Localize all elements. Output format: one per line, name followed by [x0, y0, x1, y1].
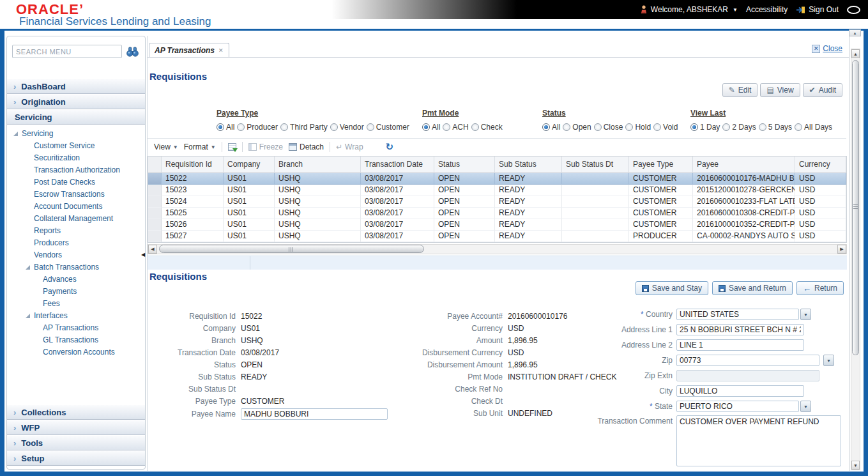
sidebar-tree-item[interactable]: Transaction Authorization [7, 164, 145, 176]
city-input[interactable] [676, 385, 804, 397]
export-filter-icon[interactable] [228, 143, 236, 151]
scroll-up-icon[interactable]: ▲ [851, 49, 860, 58]
sidebar-tree-item[interactable]: Batch Transactions [7, 261, 145, 273]
sidebar-tree-item[interactable]: GL Transactions [7, 334, 145, 346]
sidebar-tree-item[interactable]: Servicing [7, 127, 145, 139]
accessibility-link[interactable]: Accessibility [746, 5, 788, 14]
sidebar-tree-item[interactable]: Advances [7, 273, 145, 285]
row-selector-gutter[interactable] [148, 173, 162, 185]
column-header[interactable]: Sub Status Dt [562, 157, 629, 173]
radio-option[interactable]: ACH [443, 123, 468, 132]
sidebar-tree-item[interactable]: Account Documents [7, 200, 145, 212]
view-button[interactable]: ▤View [760, 83, 800, 97]
save-and-stay-button[interactable]: Save and Stay [636, 281, 708, 295]
country-select[interactable]: UNITED STATES [676, 309, 799, 320]
radio-option[interactable]: Customer [367, 123, 409, 132]
dropdown-arrow-icon[interactable]: ▼ [823, 355, 834, 366]
dropdown-arrow-icon[interactable]: ▼ [800, 309, 811, 320]
column-header[interactable]: Sub Status [495, 157, 562, 173]
sidebar-tree-item[interactable]: Customer Service [7, 139, 145, 151]
table-row[interactable]: 15024 US01 USHQ 03/08/2017 OPEN READY CU… [148, 196, 846, 208]
zip-extn-input[interactable] [676, 370, 819, 381]
row-selector-gutter[interactable] [148, 219, 162, 231]
sidebar-accordion-item[interactable]: › Tools [7, 435, 145, 450]
radio-option[interactable]: Close [594, 123, 623, 132]
sidebar-tree-item[interactable]: Conversion Accounts [7, 346, 145, 358]
row-selector-gutter[interactable] [148, 185, 162, 196]
radio-option[interactable]: 2 Days [722, 123, 756, 132]
column-header[interactable]: Branch [275, 157, 361, 173]
view-menu[interactable]: View▼ [154, 142, 178, 151]
scroll-left-icon[interactable]: ◀ [148, 245, 157, 254]
sign-out-link[interactable]: Sign Out [796, 5, 839, 14]
table-row[interactable]: 15027 US01 USHQ 03/08/2017 OPEN READY PR… [148, 231, 846, 242]
radio-option[interactable]: Hold [625, 123, 651, 132]
close-button[interactable]: ✕ Close [812, 44, 842, 53]
sidebar-accordion-item-servicing[interactable]: Servicing [7, 109, 145, 125]
format-menu[interactable]: Format▼ [184, 142, 216, 151]
sidebar-collapse-handle[interactable]: ◀ [141, 245, 147, 263]
radio-option[interactable]: Third Party [280, 123, 328, 132]
column-header[interactable]: Payee [693, 157, 795, 173]
scroll-down-icon[interactable]: ▼ [851, 461, 860, 470]
sidebar-accordion-item[interactable]: › WFP [7, 420, 145, 435]
transaction-comment-textarea[interactable]: CUSTOMER OVER PAYMENT REFUND [676, 415, 841, 466]
detach-button[interactable]: Detach [289, 142, 324, 151]
return-button[interactable]: ←Return [796, 281, 844, 295]
table-hscrollbar[interactable]: ◀ ▶ [148, 244, 847, 254]
radio-option[interactable]: All [422, 123, 440, 132]
sidebar-accordion-item[interactable]: › Collections [7, 404, 145, 420]
hscrollbar-thumb[interactable] [159, 245, 424, 253]
column-header[interactable]: Requisition Id [162, 157, 224, 173]
sidebar-accordion-item[interactable]: › DashBoard [7, 79, 145, 94]
sidebar-tree-item[interactable]: Interfaces [7, 309, 145, 321]
radio-option[interactable]: Vendor [330, 123, 364, 132]
scroll-right-icon[interactable]: ▶ [837, 245, 846, 254]
sidebar-accordion-item[interactable]: › Setup [7, 450, 145, 466]
refresh-icon[interactable]: ↻ [386, 141, 394, 153]
page-vscrollbar[interactable]: ▲ ▼ [851, 49, 860, 470]
radio-option[interactable]: 5 Days [759, 123, 792, 132]
splitter-collapse-icon[interactable]: ▲ [849, 29, 861, 36]
sidebar-accordion-item[interactable]: › Origination [7, 94, 145, 109]
state-select[interactable]: PUERTO RICO [676, 401, 799, 412]
sidebar-tree-item[interactable]: Collateral Management [7, 212, 145, 224]
edit-button[interactable]: ✎Edit [722, 83, 758, 97]
radio-option[interactable]: Void [653, 123, 678, 132]
sidebar-tree-item[interactable]: Post Date Checks [7, 176, 145, 188]
column-header[interactable]: Transaction Date [361, 157, 434, 173]
sidebar-tree-item[interactable]: Payments [7, 285, 145, 297]
column-header[interactable]: Currency [795, 157, 846, 173]
audit-button[interactable]: ✔Audit [803, 83, 842, 97]
tab-ap-transactions[interactable]: AP Transactions ✕ [149, 43, 229, 58]
vscrollbar-thumb[interactable] [852, 60, 859, 355]
welcome-menu[interactable]: Welcome, ABSHEKAR ▼ [640, 5, 738, 14]
table-row[interactable]: 15025 US01 USHQ 03/08/2017 OPEN READY CU… [148, 208, 846, 219]
sidebar-tree-item[interactable]: Escrow Transactions [7, 188, 145, 200]
tab-close-icon[interactable]: ✕ [218, 47, 224, 54]
radio-option[interactable]: All Days [795, 123, 832, 132]
table-row[interactable]: 15023 US01 USHQ 03/08/2017 OPEN READY CU… [148, 185, 846, 196]
row-selector-gutter[interactable] [148, 208, 162, 219]
sidebar-tree-item[interactable]: Producers [7, 236, 145, 249]
zip-input[interactable] [676, 355, 819, 366]
sidebar-tree-item[interactable]: Securitization [7, 151, 145, 164]
radio-option[interactable]: All [542, 123, 560, 132]
sidebar-tree-item[interactable]: AP Transactions [7, 321, 145, 334]
sidebar-tree-item[interactable]: Reports [7, 224, 145, 236]
radio-option[interactable]: Open [563, 123, 591, 132]
payee-name-input[interactable] [241, 408, 388, 420]
radio-option[interactable]: Producer [237, 123, 278, 132]
sidebar-tree-item[interactable]: Vendors [7, 249, 145, 261]
search-icon[interactable] [126, 47, 139, 59]
row-selector-gutter[interactable] [148, 231, 162, 242]
table-row[interactable]: 15022 US01 USHQ 03/08/2017 OPEN READY CU… [148, 173, 846, 185]
column-header[interactable]: Company [224, 157, 275, 173]
save-and-return-button[interactable]: Save and Return [712, 281, 793, 295]
radio-option[interactable]: All [217, 123, 234, 132]
dropdown-arrow-icon[interactable]: ▼ [800, 401, 811, 412]
table-row[interactable]: 15026 US01 USHQ 03/08/2017 OPEN READY CU… [148, 219, 846, 231]
radio-option[interactable]: 1 Day [690, 123, 720, 132]
sidebar-tree-item[interactable]: Fees [7, 297, 145, 309]
column-header[interactable]: Payee Type [629, 157, 693, 173]
